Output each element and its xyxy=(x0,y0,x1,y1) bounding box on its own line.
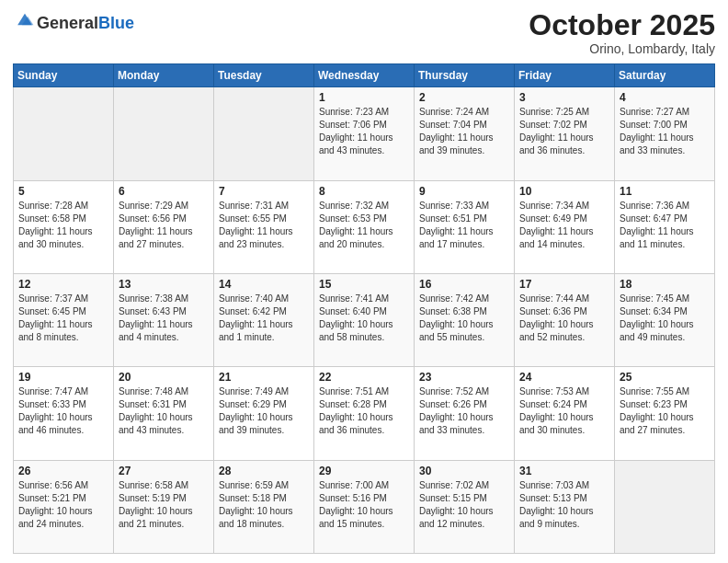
day-number: 28 xyxy=(219,465,309,477)
calendar-cell: 13Sunrise: 7:38 AM Sunset: 6:43 PM Dayli… xyxy=(114,273,214,366)
calendar-cell: 18Sunrise: 7:45 AM Sunset: 6:34 PM Dayli… xyxy=(615,273,715,366)
cell-text: Sunrise: 7:52 AM Sunset: 6:26 PM Dayligh… xyxy=(419,385,509,437)
day-number: 24 xyxy=(519,371,609,384)
calendar-cell: 29Sunrise: 7:00 AM Sunset: 5:16 PM Dayli… xyxy=(314,460,415,553)
calendar-week-row: 12Sunrise: 7:37 AM Sunset: 6:45 PM Dayli… xyxy=(14,273,715,366)
calendar-cell: 31Sunrise: 7:03 AM Sunset: 5:13 PM Dayli… xyxy=(515,460,615,553)
cell-text: Sunrise: 7:31 AM Sunset: 6:55 PM Dayligh… xyxy=(219,200,309,251)
day-number: 31 xyxy=(519,465,609,477)
calendar-cell xyxy=(615,460,715,553)
calendar-cell: 14Sunrise: 7:40 AM Sunset: 6:42 PM Dayli… xyxy=(214,273,314,366)
location: Orino, Lombardy, Italy xyxy=(529,41,715,56)
day-number: 19 xyxy=(18,371,108,384)
day-number: 16 xyxy=(419,278,509,291)
cell-text: Sunrise: 7:32 AM Sunset: 6:53 PM Dayligh… xyxy=(319,200,409,251)
cell-text: Sunrise: 7:34 AM Sunset: 6:49 PM Dayligh… xyxy=(519,200,609,251)
calendar-cell: 4Sunrise: 7:27 AM Sunset: 7:00 PM Daylig… xyxy=(615,87,715,180)
day-number: 12 xyxy=(18,278,108,291)
weekday-header: Thursday xyxy=(415,64,515,87)
day-number: 30 xyxy=(419,465,509,477)
day-number: 6 xyxy=(119,185,209,198)
day-number: 10 xyxy=(519,185,609,198)
calendar-cell: 23Sunrise: 7:52 AM Sunset: 6:26 PM Dayli… xyxy=(415,367,515,460)
day-number: 23 xyxy=(419,371,509,384)
calendar-cell: 2Sunrise: 7:24 AM Sunset: 7:04 PM Daylig… xyxy=(415,87,515,180)
calendar-cell: 25Sunrise: 7:55 AM Sunset: 6:23 PM Dayli… xyxy=(615,367,715,460)
weekday-header: Sunday xyxy=(14,64,114,87)
cell-text: Sunrise: 7:49 AM Sunset: 6:29 PM Dayligh… xyxy=(219,385,309,437)
calendar-table: SundayMondayTuesdayWednesdayThursdayFrid… xyxy=(13,63,715,554)
cell-text: Sunrise: 7:55 AM Sunset: 6:23 PM Dayligh… xyxy=(620,385,710,437)
weekday-header: Wednesday xyxy=(314,64,415,87)
day-number: 18 xyxy=(620,278,710,291)
cell-text: Sunrise: 7:03 AM Sunset: 5:13 PM Dayligh… xyxy=(519,479,609,531)
logo-icon xyxy=(15,9,35,29)
calendar-cell xyxy=(114,87,214,180)
month-title: October 2025 xyxy=(529,9,715,41)
cell-text: Sunrise: 7:53 AM Sunset: 6:24 PM Dayligh… xyxy=(519,385,609,437)
calendar-cell: 17Sunrise: 7:44 AM Sunset: 6:36 PM Dayli… xyxy=(515,273,615,366)
cell-text: Sunrise: 7:29 AM Sunset: 6:56 PM Dayligh… xyxy=(119,200,209,251)
cell-text: Sunrise: 7:00 AM Sunset: 5:16 PM Dayligh… xyxy=(319,479,409,531)
cell-text: Sunrise: 7:40 AM Sunset: 6:42 PM Dayligh… xyxy=(219,293,309,344)
page: General Blue October 2025 Orino, Lombard… xyxy=(0,0,728,563)
day-number: 1 xyxy=(319,91,409,104)
cell-text: Sunrise: 7:41 AM Sunset: 6:40 PM Dayligh… xyxy=(319,293,409,344)
logo-general-text: General xyxy=(37,15,98,31)
weekday-header: Friday xyxy=(515,64,615,87)
cell-text: Sunrise: 7:45 AM Sunset: 6:34 PM Dayligh… xyxy=(620,293,710,344)
cell-text: Sunrise: 7:47 AM Sunset: 6:33 PM Dayligh… xyxy=(18,385,108,437)
cell-text: Sunrise: 7:44 AM Sunset: 6:36 PM Dayligh… xyxy=(519,293,609,344)
day-number: 21 xyxy=(219,371,309,384)
calendar-cell: 19Sunrise: 7:47 AM Sunset: 6:33 PM Dayli… xyxy=(14,367,114,460)
day-number: 15 xyxy=(319,278,409,291)
day-number: 9 xyxy=(419,185,509,198)
cell-text: Sunrise: 7:42 AM Sunset: 6:38 PM Dayligh… xyxy=(419,293,509,344)
day-number: 2 xyxy=(419,91,509,104)
day-number: 14 xyxy=(219,278,309,291)
day-number: 22 xyxy=(319,371,409,384)
calendar-cell: 7Sunrise: 7:31 AM Sunset: 6:55 PM Daylig… xyxy=(214,180,314,273)
day-number: 13 xyxy=(119,278,209,291)
calendar-cell: 3Sunrise: 7:25 AM Sunset: 7:02 PM Daylig… xyxy=(515,87,615,180)
day-number: 3 xyxy=(519,91,609,104)
weekday-header: Tuesday xyxy=(214,64,314,87)
cell-text: Sunrise: 7:24 AM Sunset: 7:04 PM Dayligh… xyxy=(419,106,509,157)
cell-text: Sunrise: 7:23 AM Sunset: 7:06 PM Dayligh… xyxy=(319,106,409,157)
calendar-cell: 15Sunrise: 7:41 AM Sunset: 6:40 PM Dayli… xyxy=(314,273,415,366)
day-number: 5 xyxy=(18,185,108,198)
calendar-cell: 28Sunrise: 6:59 AM Sunset: 5:18 PM Dayli… xyxy=(214,460,314,553)
logo: General Blue xyxy=(13,9,134,31)
day-number: 29 xyxy=(319,465,409,477)
calendar-cell: 30Sunrise: 7:02 AM Sunset: 5:15 PM Dayli… xyxy=(415,460,515,553)
calendar-cell: 20Sunrise: 7:48 AM Sunset: 6:31 PM Dayli… xyxy=(114,367,214,460)
calendar-cell: 12Sunrise: 7:37 AM Sunset: 6:45 PM Dayli… xyxy=(14,273,114,366)
logo-blue-text: Blue xyxy=(98,15,134,31)
header-row: SundayMondayTuesdayWednesdayThursdayFrid… xyxy=(14,64,715,87)
cell-text: Sunrise: 7:38 AM Sunset: 6:43 PM Dayligh… xyxy=(119,293,209,344)
cell-text: Sunrise: 7:37 AM Sunset: 6:45 PM Dayligh… xyxy=(18,293,108,344)
header: General Blue October 2025 Orino, Lombard… xyxy=(13,9,715,56)
calendar-cell: 26Sunrise: 6:56 AM Sunset: 5:21 PM Dayli… xyxy=(14,460,114,553)
day-number: 8 xyxy=(319,185,409,198)
day-number: 27 xyxy=(119,465,209,477)
weekday-header: Saturday xyxy=(615,64,715,87)
cell-text: Sunrise: 7:51 AM Sunset: 6:28 PM Dayligh… xyxy=(319,385,409,437)
calendar-cell: 21Sunrise: 7:49 AM Sunset: 6:29 PM Dayli… xyxy=(214,367,314,460)
day-number: 4 xyxy=(620,91,710,104)
calendar-cell: 6Sunrise: 7:29 AM Sunset: 6:56 PM Daylig… xyxy=(114,180,214,273)
calendar-week-row: 26Sunrise: 6:56 AM Sunset: 5:21 PM Dayli… xyxy=(14,460,715,553)
day-number: 25 xyxy=(620,371,710,384)
day-number: 11 xyxy=(620,185,710,198)
calendar-cell: 9Sunrise: 7:33 AM Sunset: 6:51 PM Daylig… xyxy=(415,180,515,273)
cell-text: Sunrise: 7:33 AM Sunset: 6:51 PM Dayligh… xyxy=(419,200,509,251)
day-number: 20 xyxy=(119,371,209,384)
calendar-cell xyxy=(214,87,314,180)
calendar-cell: 24Sunrise: 7:53 AM Sunset: 6:24 PM Dayli… xyxy=(515,367,615,460)
calendar-week-row: 19Sunrise: 7:47 AM Sunset: 6:33 PM Dayli… xyxy=(14,367,715,460)
cell-text: Sunrise: 7:27 AM Sunset: 7:00 PM Dayligh… xyxy=(620,106,710,157)
calendar-cell: 27Sunrise: 6:58 AM Sunset: 5:19 PM Dayli… xyxy=(114,460,214,553)
calendar-cell: 5Sunrise: 7:28 AM Sunset: 6:58 PM Daylig… xyxy=(14,180,114,273)
cell-text: Sunrise: 6:58 AM Sunset: 5:19 PM Dayligh… xyxy=(119,479,209,531)
calendar-cell: 1Sunrise: 7:23 AM Sunset: 7:06 PM Daylig… xyxy=(314,87,415,180)
